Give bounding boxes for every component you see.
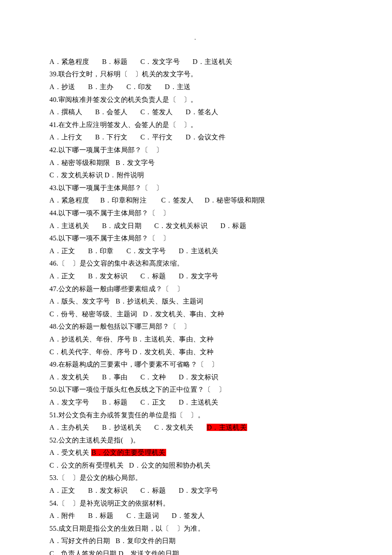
text-segment: A．紧急程度 B．印章和附注 C．签发人 D．秘密等级和期限 <box>49 197 265 204</box>
text-line: 39.联合行文时，只标明〔 〕机关的发文字号。 <box>49 68 341 81</box>
text-line: 47.公文的标题一般由哪些要素组成？〔 〕 <box>49 283 341 295</box>
text-line: 48.公文的标题一般包括以下哪三局部？〔 〕 <box>49 320 341 333</box>
text-segment: 50.以下哪一项位于版头红色反线之下的正中位置？〔 〕 <box>49 386 225 393</box>
text-line: A．主办机关 B．抄送机关 C．发文机关 D．主送机关 <box>49 421 341 434</box>
text-segment: 41.在文件上应注明签发人、会签人的是〔 〕。 <box>49 121 198 128</box>
text-line: A．正文 B．印章 C．发文字号 D．主送机关 <box>49 245 341 257</box>
text-segment: A．紧急程度 B．标题 C．发文字号 D．主送机关 <box>49 58 232 65</box>
text-segment: A．发文字号 B．标题 C．正文 D．主送机关 <box>49 399 219 406</box>
text-segment: 44.以下哪一项不属于主体局部？〔 〕 <box>49 209 170 217</box>
highlighted-answer: D．主送机关 <box>207 424 247 431</box>
text-line: 55.成文日期是指公文的生效日期，以〔 〕为准。 <box>49 522 341 535</box>
text-line: C．发文机关标识 D．附件说明 <box>49 169 341 182</box>
text-line: 44.以下哪一项不属于主体局部？〔 〕 <box>49 207 341 220</box>
text-segment: 51.对公文负有主办或答复责任的单位是指〔 〕。 <box>49 411 205 419</box>
text-segment: C．负责人签发的日期 D．发送文件的日期 <box>49 550 179 555</box>
text-segment: 39.联合行文时，只标明〔 〕机关的发文字号。 <box>49 70 198 78</box>
text-line: A．正文 B．发文标识 C．标题 D．发文字号 <box>49 484 341 497</box>
text-line: 45.以下哪一项不属于主体局部？〔 〕 <box>49 232 341 245</box>
text-line: 42.以下哪一项属于主体局部？〔 〕 <box>49 144 341 156</box>
text-segment: 46.〔 〕是公文容的集中表达和高度浓缩。 <box>49 260 184 267</box>
text-segment: C．机关代字、年份、序号 D．发文机关、事由、文种 <box>49 348 214 356</box>
text-line: A．发文机关 B．事由 C．文种 D．发文标识 <box>49 371 341 384</box>
text-segment: C．份号、秘密等级、主题词 D．发文机关、事由、文种 <box>49 310 225 318</box>
text-segment: A．主办机关 B．抄送机关 C．发文机关 <box>49 424 207 431</box>
text-segment: A．正文 B．印章 C．发文字号 D．主送机关 <box>49 247 219 254</box>
text-line: A．抄送 B．主办 C．印发 D．主送 <box>49 81 341 93</box>
text-segment: 40.审阅核准并签发公文的机关负责人是〔 〕。 <box>49 96 198 103</box>
text-line: A．撰稿人 B．会签人 C．签发人 D．签名人 <box>49 106 341 119</box>
text-segment: A．写好文件的日期 B．复印文件的日期 <box>49 537 176 544</box>
text-segment: A．上行文 B．下行文 C．平行文 D．会议文件 <box>49 133 225 141</box>
text-line: 40.审阅核准并签发公文的机关负责人是〔 〕。 <box>49 93 341 106</box>
text-line: C．机关代字、年份、序号 D．发文机关、事由、文种 <box>49 346 341 358</box>
text-line: C．份号、秘密等级、主题词 D．发文机关、事由、文种 <box>49 308 341 321</box>
text-segment: A．附件 B．标题 C．主题词 D．签发人 <box>49 512 205 519</box>
text-line: C．公文的所有受理机关 D．公文的知照和协办机关 <box>49 459 341 472</box>
text-line: A．写好文件的日期 B．复印文件的日期 <box>49 535 341 547</box>
text-segment: 42.以下哪一项属于主体局部？〔 〕 <box>49 146 163 153</box>
highlighted-answer: B．公文的主要受理机关 <box>91 449 166 456</box>
text-segment: 49.在标题构成的三要素中，哪个要素不可省略？〔 〕 <box>49 361 219 368</box>
text-line: A．紧急程度 B．印章和附注 C．签发人 D．秘密等级和期限 <box>49 194 341 207</box>
text-segment: A．正文 B．发文标识 C．标题 D．发文字号 <box>49 272 219 280</box>
text-segment: A．抄送机关、年份、序号 B．主送机关、事由、文种 <box>49 335 214 343</box>
text-segment: 43.以下哪一项属于主体局部？〔 〕 <box>49 184 163 191</box>
text-line: 51.对公文负有主办或答复责任的单位是指〔 〕。 <box>49 409 341 422</box>
text-line: A．受文机关 B．公文的主要受理机关 <box>49 446 341 459</box>
text-line: A．秘密等级和期限 B．发文字号 <box>49 156 341 169</box>
text-line: 52.公文的主送机关是指( )。 <box>49 434 341 447</box>
text-segment: 47.公文的标题一般由哪些要素组成？〔 〕 <box>49 285 184 292</box>
text-segment: C．发文机关标识 D．附件说明 <box>49 171 144 179</box>
text-line: A．附件 B．标题 C．主题词 D．签发人 <box>49 509 341 522</box>
text-segment: A．秘密等级和期限 B．发文字号 <box>49 159 155 166</box>
text-line: 43.以下哪一项属于主体局部？〔 〕 <box>49 182 341 194</box>
text-line: 53.〔 〕是公文的核心局部。 <box>49 471 341 484</box>
text-line: 50.以下哪一项位于版头红色反线之下的正中位置？〔 〕 <box>49 383 341 396</box>
text-line: A．版头、发文字号 B．抄送机关、版头、主题词 <box>49 295 341 308</box>
text-line: 41.在文件上应注明签发人、会签人的是〔 〕。 <box>49 119 341 131</box>
text-line: 49.在标题构成的三要素中，哪个要素不可省略？〔 〕 <box>49 358 341 371</box>
text-line: A．紧急程度 B．标题 C．发文字号 D．主送机关 <box>49 55 341 68</box>
text-line: A．抄送机关、年份、序号 B．主送机关、事由、文种 <box>49 333 341 346</box>
text-segment: 48.公文的标题一般包括以下哪三局部？〔 〕 <box>49 323 191 330</box>
text-segment: A．发文机关 B．事由 C．文种 D．发文标识 <box>49 373 219 381</box>
text-segment: A．受文机关 <box>49 449 91 456</box>
text-line: A．正文 B．发文标识 C．标题 D．发文字号 <box>49 270 341 283</box>
text-segment: 45.以下哪一项不属于主体局部？〔 〕 <box>49 234 170 242</box>
text-segment: 53.〔 〕是公文的核心局部。 <box>49 474 142 481</box>
text-segment: A．主送机关 B．成文日期 C．发文机关标识 D．标题 <box>49 222 246 229</box>
text-segment: 54.〔 〕是补充说明正文的依据材料。 <box>49 500 170 507</box>
text-segment: A．正文 B．发文标识 C．标题 D．发文字号 <box>49 487 219 494</box>
text-segment: A．抄送 B．主办 C．印发 D．主送 <box>49 83 191 90</box>
text-segment: A．撰稿人 B．会签人 C．签发人 D．签名人 <box>49 108 219 116</box>
text-segment: C．公文的所有受理机关 D．公文的知照和协办机关 <box>49 462 210 469</box>
text-line: 46.〔 〕是公文容的集中表达和高度浓缩。 <box>49 257 341 270</box>
text-line: A．发文字号 B．标题 C．正文 D．主送机关 <box>49 396 341 409</box>
document-body: A．紧急程度 B．标题 C．发文字号 D．主送机关39.联合行文时，只标明〔 〕… <box>49 55 341 555</box>
text-line: C．负责人签发的日期 D．发送文件的日期 <box>49 547 341 555</box>
text-line: A．上行文 B．下行文 C．平行文 D．会议文件 <box>49 131 341 144</box>
page-header-dot: . <box>49 32 341 43</box>
text-segment: 52.公文的主送机关是指( )。 <box>49 436 140 444</box>
text-line: A．主送机关 B．成文日期 C．发文机关标识 D．标题 <box>49 220 341 232</box>
text-segment: 55.成文日期是指公文的生效日期，以〔 〕为准。 <box>49 525 205 532</box>
text-line: 54.〔 〕是补充说明正文的依据材料。 <box>49 497 341 510</box>
text-segment: A．版头、发文字号 B．抄送机关、版头、主题词 <box>49 298 204 305</box>
